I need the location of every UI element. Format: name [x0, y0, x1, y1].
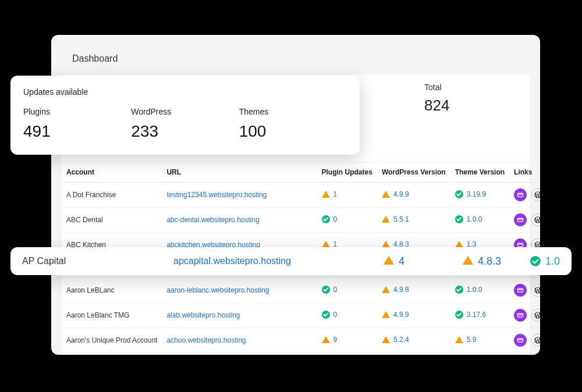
- warning-icon: [322, 190, 330, 198]
- check-icon: [455, 311, 463, 319]
- cell-plugin: 0: [317, 303, 377, 328]
- header-wp[interactable]: WordPress Version: [377, 162, 450, 183]
- wordpress-link-icon[interactable]: [531, 188, 540, 201]
- wordpress-link-icon[interactable]: [531, 213, 540, 226]
- summary-total-value: 824: [424, 97, 518, 115]
- warning-icon: [463, 255, 473, 268]
- cell-account: Aaron's Unique Prod Account: [62, 328, 162, 353]
- svg-rect-10: [518, 338, 523, 342]
- cell-theme: 1.0.0: [450, 278, 509, 303]
- highlight-account: AP Capital: [22, 256, 139, 266]
- cell-wp: 5.2.4: [377, 353, 450, 355]
- updates-available-card: Updates available Plugins 491 WordPress …: [10, 76, 360, 155]
- cell-links: [509, 303, 540, 328]
- highlight-url[interactable]: apcapital.websitepro.hosting: [173, 256, 348, 266]
- wordpress-link-icon[interactable]: [531, 309, 540, 322]
- svg-rect-0: [518, 193, 523, 197]
- cell-theme: 1.0.0: [450, 208, 509, 233]
- warning-icon: [382, 286, 390, 294]
- table-row[interactable]: A Dot Franchisetesting12345.websitepro.h…: [62, 183, 540, 208]
- cell-account: A Dot Franchise: [62, 183, 162, 208]
- updates-card-title: Updates available: [23, 87, 347, 97]
- header-url[interactable]: URL: [162, 162, 317, 183]
- updates-plugins: Plugins 491: [23, 107, 131, 141]
- cell-links: [509, 208, 540, 233]
- highlight-wp-value: 4.8.3: [478, 255, 501, 268]
- cell-links: [509, 353, 540, 355]
- warning-icon: [382, 215, 390, 223]
- cell-wp: 4.9.9: [377, 303, 450, 328]
- check-icon: [455, 286, 463, 294]
- card-link-icon[interactable]: [514, 334, 527, 347]
- highlight-theme: 1.0: [530, 255, 560, 268]
- page-title: Dashboard: [51, 51, 540, 74]
- summary-total: Total 824: [413, 83, 530, 152]
- card-link-icon[interactable]: [514, 309, 527, 322]
- header-account[interactable]: Account: [62, 162, 162, 183]
- table-row[interactable]: Aaron LeBLancaaron-leblanc.websitepro.ho…: [62, 278, 540, 303]
- cell-links: [509, 278, 540, 303]
- card-link-icon[interactable]: [514, 188, 527, 201]
- updates-themes: Themes 100: [239, 107, 347, 141]
- cell-account: ABC Dental: [62, 208, 162, 233]
- card-link-icon[interactable]: [514, 213, 527, 226]
- summary-total-label: Total: [424, 83, 518, 92]
- highlight-plugin: 4: [384, 255, 404, 268]
- url-link[interactable]: testing12345.websitepro.hosting: [166, 191, 267, 199]
- url-link[interactable]: aaron-leblanc.websitepro.hosting: [166, 286, 269, 294]
- cell-plugin: 0: [317, 208, 377, 233]
- table-row[interactable]: Aaron's Unique Prod Accountachuo.website…: [62, 328, 540, 353]
- svg-rect-6: [518, 288, 523, 292]
- header-links[interactable]: Links: [509, 162, 540, 183]
- card-link-icon[interactable]: [514, 284, 527, 297]
- cell-theme: 5.9: [450, 328, 509, 353]
- warning-icon: [382, 190, 390, 198]
- header-plugin[interactable]: Plugin Updates: [317, 162, 377, 183]
- check-icon: [322, 311, 330, 319]
- table-header-row: Account URL Plugin Updates WordPress Ver…: [62, 162, 540, 183]
- cell-plugin: 1: [317, 183, 377, 208]
- check-icon: [322, 286, 330, 294]
- table-row[interactable]: Adam's Taphouse and Grilleadam-s-taphous…: [62, 353, 540, 355]
- header-theme[interactable]: Theme Version: [450, 162, 509, 183]
- cell-wp: 4.9.9: [377, 183, 450, 208]
- cell-wp: 5.2.4: [377, 328, 450, 353]
- highlight-plugin-value: 4: [399, 255, 404, 268]
- cell-links: [509, 328, 540, 353]
- cell-theme: 3.17.6: [450, 303, 509, 328]
- url-link[interactable]: alab.websitepro.hosting: [166, 311, 240, 319]
- cell-url: achuo.websitepro.hosting: [162, 328, 317, 353]
- svg-rect-4: [518, 243, 523, 247]
- cell-url: adam-s-taphouse-and-grille.websitepro.ho…: [162, 353, 317, 355]
- updates-wp-label: WordPress: [131, 107, 239, 116]
- cell-url: abc-dental.websitepro.hosting: [162, 208, 317, 233]
- updates-wordpress: WordPress 233: [131, 107, 239, 141]
- updates-themes-value: 100: [239, 122, 347, 141]
- cell-account: Aaron LeBlanc TMG: [62, 303, 162, 328]
- updates-plugins-value: 491: [23, 122, 131, 141]
- warning-icon: [455, 336, 463, 344]
- wordpress-link-icon[interactable]: [531, 284, 540, 297]
- url-link[interactable]: abc-dental.websitepro.hosting: [166, 216, 259, 224]
- cell-theme: 3.19.9: [450, 183, 509, 208]
- highlight-wp: 4.8.3: [463, 255, 501, 268]
- check-icon: [455, 190, 463, 198]
- warning-icon: [384, 255, 394, 268]
- table-row[interactable]: ABC Dentalabc-dental.websitepro.hosting0…: [62, 208, 540, 233]
- cell-account: Aaron LeBLanc: [62, 278, 162, 303]
- cell-plugin: 9: [317, 328, 377, 353]
- updates-plugins-label: Plugins: [23, 107, 131, 116]
- warning-icon: [382, 336, 390, 344]
- cell-url: aaron-leblanc.websitepro.hosting: [162, 278, 317, 303]
- wordpress-link-icon[interactable]: [531, 334, 540, 347]
- cell-url: alab.websitepro.hosting: [162, 303, 317, 328]
- cell-account: Adam's Taphouse and Grille: [62, 353, 162, 355]
- table-row[interactable]: Aaron LeBlanc TMGalab.websitepro.hosting…: [62, 303, 540, 328]
- cell-url: testing12345.websitepro.hosting: [162, 183, 317, 208]
- cell-wp: 5.5.1: [377, 208, 450, 233]
- cell-theme: 2.2: [450, 353, 509, 355]
- cell-plugin: 0: [317, 353, 377, 355]
- url-link[interactable]: achuo.websitepro.hosting: [166, 336, 246, 344]
- highlight-theme-value: 1.0: [545, 255, 560, 268]
- highlight-row-card: AP Capital apcapital.websitepro.hosting …: [10, 247, 572, 275]
